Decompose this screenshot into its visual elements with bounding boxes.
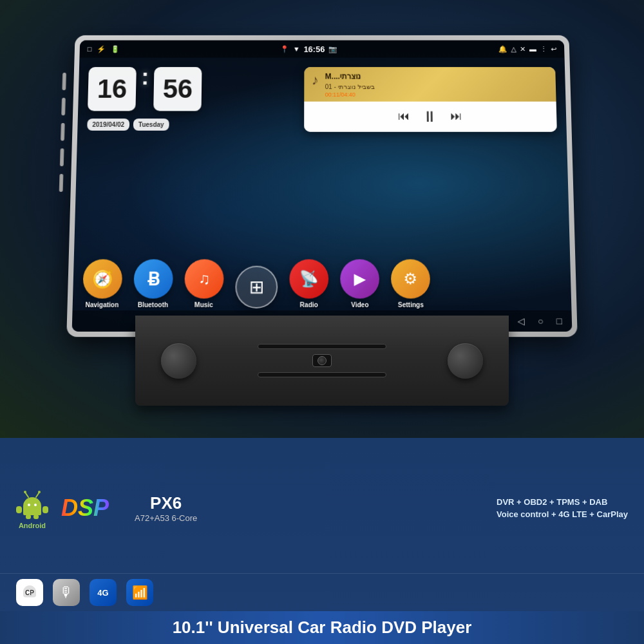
close-icon: ✕ <box>520 45 526 53</box>
app-icons-row: 🧭 Navigation Ƀ Bluetooth <box>73 260 572 308</box>
device-section: □ ⚡ 🔋 📍 ▼ 16:56 📷 🔔 <box>0 0 644 438</box>
radio-app-icon[interactable]: 📡 <box>289 260 328 299</box>
music-player-header: ♪ M....נוצרתי 01 - בשביל נוצרתי 00:11/04… <box>304 67 556 101</box>
android-logo-section: Android <box>16 488 48 529</box>
nav-recent-icon[interactable]: □ <box>556 316 562 326</box>
music-player[interactable]: ♪ M....נוצרתי 01 - בשביל נוצרתי 00:11/04… <box>304 67 557 131</box>
device-unit: □ ⚡ 🔋 📍 ▼ 16:56 📷 🔔 <box>71 32 573 406</box>
next-track-button[interactable]: ⏭ <box>451 109 462 123</box>
usb-slot <box>258 372 386 377</box>
4g-lte-icon: 4G <box>90 579 117 606</box>
back-button[interactable] <box>59 174 64 192</box>
location-icon: 📍 <box>280 45 289 53</box>
window-icon: ▬ <box>529 45 536 53</box>
clock-minutes: 56 <box>162 76 193 102</box>
right-knob[interactable] <box>448 343 483 379</box>
svg-point-2 <box>28 504 30 506</box>
clock-hours-widget: 16 <box>88 67 137 111</box>
android-menu-icon: □ <box>87 45 91 53</box>
bluetooth-app-label: Bluetooth <box>138 301 169 308</box>
music-info: M....נוצרתי 01 - בשביל נוצרתי 00:11/04:4… <box>325 72 549 98</box>
volume-icon: 🔔 <box>498 45 507 53</box>
main-product-title: 10.1'' Universal Car Radio DVD Player <box>173 618 472 638</box>
status-left: □ ⚡ 🔋 <box>87 45 119 53</box>
features-line-2: Voice control + 4G LTE + CarPlay <box>497 509 628 519</box>
camera-status-icon: 📷 <box>328 45 337 53</box>
video-app-item: ▶ Video <box>340 260 379 308</box>
disc-slot <box>258 344 386 349</box>
4g-label: 4G <box>97 588 108 598</box>
settings-app-icon[interactable]: ⚙ <box>391 260 430 299</box>
nav-back-icon[interactable]: ◁ <box>518 316 526 326</box>
radio-app-item: 📡 Radio <box>289 260 328 308</box>
navigation-app-icon[interactable]: 🧭 <box>82 260 122 299</box>
carplay-svg: CP <box>21 583 39 601</box>
main-container: □ ⚡ 🔋 📍 ▼ 16:56 📷 🔔 <box>0 0 644 644</box>
radio-app-label: Radio <box>300 301 318 308</box>
triangle-icon: △ <box>511 45 516 53</box>
music-progress: 00:11/04:40 <box>325 91 549 98</box>
clock-colon: : <box>139 64 150 111</box>
svg-point-7 <box>38 491 41 493</box>
bottom-icons-row: CP 🎙 4G 📶 <box>0 573 644 611</box>
music-app-label: Music <box>194 301 213 308</box>
music-app-item: ♫ Music <box>184 260 224 308</box>
svg-text:CP: CP <box>25 589 34 596</box>
battery-icon: 🔋 <box>111 45 120 53</box>
side-buttons <box>59 73 66 192</box>
home-button[interactable] <box>60 148 64 166</box>
day-widget: Tuesday <box>133 118 169 131</box>
unit-center <box>196 344 448 377</box>
svg-rect-1 <box>23 506 41 515</box>
dsp-logo: DSP <box>61 495 109 522</box>
cpu-spec: A72+A53 6-Core <box>135 513 197 523</box>
svg-rect-9 <box>43 506 48 513</box>
music-title: M....נוצרתי <box>325 72 548 82</box>
volume-down-button[interactable] <box>61 123 65 141</box>
svg-point-3 <box>34 504 37 506</box>
svg-rect-11 <box>33 515 39 519</box>
apps-grid-icon[interactable]: ⊞ <box>235 266 278 308</box>
bluetooth-app-icon[interactable]: Ƀ <box>133 260 173 299</box>
signal-icon: ▼ <box>293 45 300 53</box>
android-label: Android <box>19 522 46 529</box>
main-title-row: 10.1'' Universal Car Radio DVD Player <box>0 611 644 644</box>
left-knob[interactable] <box>161 343 196 379</box>
svg-point-6 <box>24 491 26 493</box>
siri-icon: 🎙 <box>53 579 80 606</box>
date-row: 2019/04/02 Tuesday <box>87 118 291 131</box>
play-pause-button[interactable]: ⏸ <box>422 108 438 125</box>
screen-display: □ ⚡ 🔋 📍 ▼ 16:56 📷 🔔 <box>72 41 573 332</box>
navigation-app-label: Navigation <box>85 301 118 308</box>
specs-right: DVR + OBD2 + TPMS + DAB Voice control + … <box>497 497 628 519</box>
settings-app-label: Settings <box>398 301 424 308</box>
clock-minutes-widget: 56 <box>153 67 202 111</box>
rear-camera <box>312 354 332 367</box>
bt-app-item: Ƀ Bluetooth <box>133 260 173 308</box>
music-subtitle: 01 - בשביל נוצרתי <box>325 83 548 90</box>
date-widget: 2019/04/02 <box>87 118 129 131</box>
settings-app-item: ⚙ Settings <box>391 260 430 308</box>
video-app-icon[interactable]: ▶ <box>340 260 379 299</box>
bottom-section: Android DSP PX6 A72+A53 6-Core DVR + OBD… <box>0 438 644 644</box>
processor-model: PX6 <box>150 493 182 513</box>
dots-icon: ⋮ <box>540 45 547 53</box>
volume-up-button[interactable] <box>61 98 66 115</box>
nav-home-icon[interactable]: ○ <box>538 316 544 326</box>
clock-hours: 16 <box>97 76 127 102</box>
prev-track-button[interactable]: ⏮ <box>398 109 410 123</box>
clock-row: 16 : 56 <box>88 67 291 111</box>
music-app-icon[interactable]: ♫ <box>184 260 223 299</box>
status-right: 🔔 △ ✕ ▬ ⋮ ↩ <box>498 45 557 53</box>
android-robot-icon <box>16 488 48 520</box>
status-time: 16:56 <box>304 44 325 53</box>
power-button[interactable] <box>62 73 66 90</box>
wifi-icon: 📶 <box>126 579 153 606</box>
video-app-label: Video <box>351 301 368 308</box>
status-center: 📍 ▼ 16:56 📷 <box>280 44 337 53</box>
music-controls: ⏮ ⏸ ⏭ <box>304 101 557 131</box>
carplay-icon: CP <box>16 579 43 606</box>
screen-bezel: □ ⚡ 🔋 📍 ▼ 16:56 📷 🔔 <box>66 35 578 337</box>
svg-rect-10 <box>26 515 31 519</box>
svg-rect-8 <box>16 506 22 513</box>
